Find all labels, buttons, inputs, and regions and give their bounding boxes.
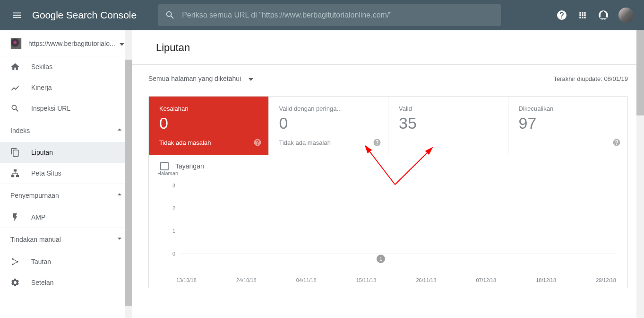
notifications-button[interactable] <box>598 9 609 21</box>
filter-row: Semua halaman yang diketahui Terakhir di… <box>132 65 644 89</box>
app-header: Google Search Console Periksa semua URL … <box>0 0 644 30</box>
card-error[interactable]: Kesalahan 0 Tidak ada masalah <box>149 97 269 155</box>
coverage-panel: Kesalahan 0 Tidak ada masalah Valid deng… <box>148 96 628 288</box>
sidebar-item-links[interactable]: Tautan <box>0 251 132 272</box>
apps-button[interactable] <box>577 9 588 21</box>
chevron-down-icon <box>249 74 253 83</box>
gear-icon <box>10 278 22 287</box>
last-updated: Terakhir diupdate: 08/01/19 <box>553 75 628 82</box>
bolt-icon <box>10 212 22 222</box>
property-favicon <box>10 38 22 49</box>
chart-ylabel: Halaman <box>157 170 178 176</box>
sidebar-group-manual-actions[interactable]: Tindakan manual <box>0 228 132 251</box>
chart-legend: Tayangan <box>149 155 627 170</box>
copy-icon <box>10 148 22 157</box>
chevron-up-icon <box>115 190 124 201</box>
sidebar-item-amp[interactable]: AMP <box>0 207 132 228</box>
chart-line-icon <box>10 83 22 92</box>
search-icon <box>165 10 175 20</box>
apps-icon <box>578 10 587 20</box>
page-title: Liputan <box>132 30 644 64</box>
sidebar-item-settings[interactable]: Setelan <box>0 272 132 293</box>
chevron-down-icon <box>115 234 124 245</box>
sidebar-group-enhancements[interactable]: Penyempurnaan <box>0 184 132 207</box>
card-valid[interactable]: Valid 35 <box>388 97 508 155</box>
search-placeholder: Periksa semua URL di "https://www.berbag… <box>182 11 494 19</box>
chevron-up-icon <box>115 125 124 136</box>
url-search-bar[interactable]: Periksa semua URL di "https://www.berbag… <box>158 4 501 26</box>
menu-button[interactable] <box>8 6 26 25</box>
card-valid-with-warnings[interactable]: Valid dengan peringa... 0 Tidak ada masa… <box>269 97 389 155</box>
search-icon <box>10 104 22 113</box>
main-content: Liputan Semua halaman yang diketahui Ter… <box>132 30 644 318</box>
help-button[interactable] <box>556 9 567 21</box>
chevron-down-icon <box>120 39 124 48</box>
coverage-chart: Halaman 3 2 1 0 1 13/10/18 24/10/18 04/1… <box>149 170 627 288</box>
help-icon[interactable] <box>373 138 381 149</box>
impressions-checkbox[interactable] <box>160 162 169 170</box>
links-icon <box>10 257 22 266</box>
app-logo: Google Search Console <box>32 9 137 21</box>
header-actions <box>556 8 638 23</box>
help-icon[interactable] <box>612 138 621 149</box>
main-scrollbar[interactable] <box>636 30 644 318</box>
sidebar-item-coverage[interactable]: Liputan <box>0 142 132 163</box>
sidebar-group-index[interactable]: Indeks <box>0 119 132 142</box>
property-url: https://www.berbagitutorialo... <box>28 40 120 47</box>
sidebar: https://www.berbagitutorialo... Sekilas … <box>0 30 132 318</box>
help-icon[interactable] <box>253 138 262 149</box>
status-cards: Kesalahan 0 Tidak ada masalah Valid deng… <box>149 97 627 155</box>
sidebar-item-sitemaps[interactable]: Peta Situs <box>0 163 132 184</box>
sidebar-scrollbar[interactable] <box>125 30 132 318</box>
sidebar-item-performance[interactable]: Kinerja <box>0 77 132 98</box>
bell-icon <box>598 9 609 21</box>
home-icon <box>10 62 22 71</box>
hamburger-icon <box>12 10 22 20</box>
sidebar-item-overview[interactable]: Sekilas <box>0 56 132 77</box>
user-avatar[interactable] <box>618 8 634 23</box>
sitemap-icon <box>10 168 22 178</box>
card-excluded[interactable]: Dikecualikan 97 <box>508 97 628 155</box>
help-icon <box>556 9 567 21</box>
chart-annotation-marker[interactable]: 1 <box>377 255 385 263</box>
page-filter-dropdown[interactable]: Semua halaman yang diketahui <box>148 74 253 83</box>
property-selector[interactable]: https://www.berbagitutorialo... <box>0 30 132 56</box>
sidebar-item-url-inspection[interactable]: Inspeksi URL <box>0 98 132 119</box>
chart-x-axis: 13/10/18 24/10/18 04/11/18 15/11/18 26/1… <box>155 269 621 283</box>
